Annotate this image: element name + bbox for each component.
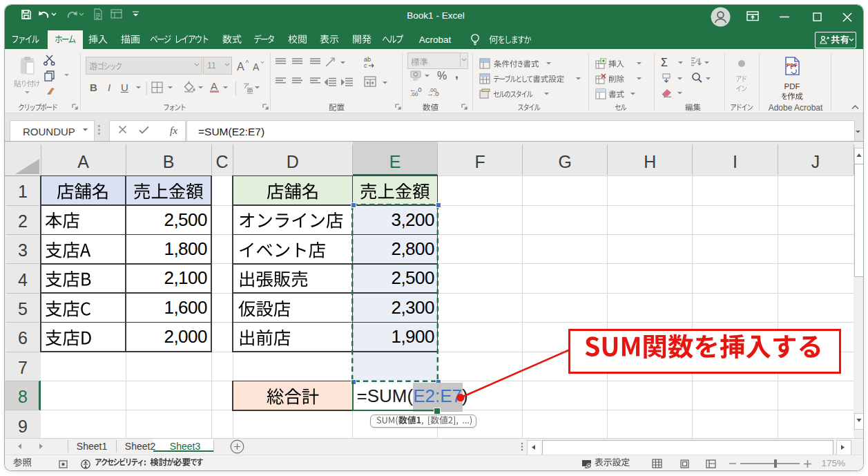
svg-text:→.0: →.0: [427, 90, 438, 96]
svg-text:Σ: Σ: [661, 57, 668, 68]
svg-text:c: c: [364, 62, 367, 68]
svg-text:A: A: [695, 57, 700, 64]
svg-text:.00: .00: [410, 91, 418, 96]
